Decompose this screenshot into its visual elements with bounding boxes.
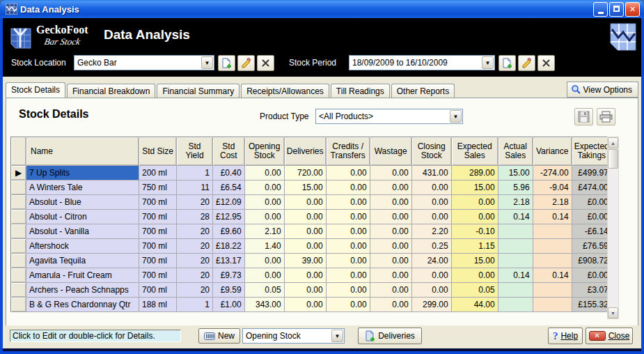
chevron-down-icon[interactable]: ▼ xyxy=(482,56,494,69)
minimize-button[interactable] xyxy=(593,2,608,17)
scroll-up-icon[interactable]: ▲ xyxy=(608,137,618,148)
stock-period-combo[interactable]: 18/09/2009 to 16/10/2009 ▼ xyxy=(349,55,495,70)
cell[interactable]: -£6.14 xyxy=(572,224,611,239)
cell[interactable] xyxy=(498,224,533,239)
column-header[interactable]: Variance xyxy=(533,137,572,166)
cell[interactable]: 0.00 xyxy=(284,298,326,312)
cell[interactable]: 700 ml xyxy=(139,210,177,224)
vertical-scrollbar[interactable]: ▲ ▼ xyxy=(607,137,619,319)
column-header[interactable]: Deliveries xyxy=(284,137,326,166)
location-delete-button[interactable] xyxy=(257,55,274,71)
row-selector[interactable] xyxy=(11,224,26,239)
cell[interactable] xyxy=(533,224,572,239)
cell[interactable]: 0.14 xyxy=(498,210,533,224)
cell[interactable] xyxy=(498,239,533,254)
cell[interactable]: 0.00 xyxy=(284,268,326,283)
column-header[interactable]: Actual Sales xyxy=(498,137,533,166)
cell[interactable]: £9.59 xyxy=(213,283,245,298)
cell[interactable]: £474.00 xyxy=(572,180,611,195)
cell[interactable]: 0.00 xyxy=(326,239,370,254)
scrollbar-thumb[interactable] xyxy=(608,149,618,169)
cell[interactable]: 0.00 xyxy=(326,268,370,283)
cell[interactable]: Agavita Tequila xyxy=(26,254,139,268)
cell[interactable]: £155.32 xyxy=(572,298,611,312)
maximize-button[interactable] xyxy=(609,2,624,17)
cell[interactable]: 28 xyxy=(177,210,213,224)
cell[interactable]: 15.00 xyxy=(284,180,326,195)
table-row[interactable]: Absolut - Citron700 ml28£12.950.000.000.… xyxy=(11,210,612,224)
cell[interactable]: 24.00 xyxy=(411,254,451,268)
column-header[interactable]: Std Cost xyxy=(213,137,245,166)
cell[interactable]: 20 xyxy=(177,268,213,283)
column-header[interactable]: Expected Takings xyxy=(572,137,611,166)
cell[interactable]: 0.00 xyxy=(284,224,326,239)
cell[interactable]: 2.18 xyxy=(533,195,572,210)
cell[interactable]: 0.14 xyxy=(533,210,572,224)
cell[interactable]: 0.00 xyxy=(411,268,451,283)
cell[interactable]: 0.05 xyxy=(451,283,498,298)
cell[interactable]: £0.00 xyxy=(572,195,611,210)
cell[interactable]: £12.95 xyxy=(213,210,245,224)
cell[interactable]: 0.00 xyxy=(411,180,451,195)
close-button[interactable]: ✕ Close xyxy=(586,328,633,344)
cell[interactable]: Absolut - Vanilla xyxy=(26,224,139,239)
cell[interactable] xyxy=(533,283,572,298)
cell[interactable]: 299.00 xyxy=(411,298,451,312)
cell[interactable]: 0.14 xyxy=(498,268,533,283)
cell[interactable]: -0.10 xyxy=(451,224,498,239)
cell[interactable]: 0.00 xyxy=(326,166,370,180)
table-row[interactable]: Aftershock700 ml20£18.221.400.000.000.00… xyxy=(11,239,612,254)
cell[interactable] xyxy=(533,239,572,254)
tab-financial-breakdown[interactable]: Financial Breakdown xyxy=(67,84,155,98)
cell[interactable]: 44.00 xyxy=(451,298,498,312)
table-row[interactable]: Amarula - Fruit Cream700 ml20£9.730.000.… xyxy=(11,268,612,283)
scroll-down-icon[interactable]: ▼ xyxy=(608,307,618,318)
help-button[interactable]: ? Help xyxy=(548,328,583,344)
cell[interactable]: £18.22 xyxy=(213,239,245,254)
cell[interactable]: 0.00 xyxy=(326,283,370,298)
cell[interactable]: 15.00 xyxy=(451,254,498,268)
location-edit-button[interactable] xyxy=(237,55,255,71)
row-selector[interactable] xyxy=(11,283,26,298)
cell[interactable] xyxy=(533,298,572,312)
cell[interactable]: 720.00 xyxy=(284,166,326,180)
cell[interactable]: 2.10 xyxy=(244,224,284,239)
cell[interactable]: 0.00 xyxy=(284,239,326,254)
table-row[interactable]: B & G Res Chardonnay Qtr188 ml1£1.00343.… xyxy=(11,298,612,312)
stock-location-combo[interactable]: Gecko Bar ▼ xyxy=(74,55,214,70)
column-header[interactable]: Expected Sales xyxy=(451,137,498,166)
table-row[interactable]: A Winters Tale750 ml11£6.540.0015.000.00… xyxy=(11,180,612,195)
cell[interactable]: 39.00 xyxy=(284,254,326,268)
cell[interactable]: 0.00 xyxy=(411,283,451,298)
cell[interactable]: 700 ml xyxy=(139,239,177,254)
cell[interactable]: 0.00 xyxy=(451,268,498,283)
period-add-button[interactable] xyxy=(498,55,516,71)
cell[interactable]: £9.73 xyxy=(213,268,245,283)
cell[interactable]: 0.00 xyxy=(370,224,411,239)
cell[interactable]: 0.14 xyxy=(533,268,572,283)
cell[interactable]: 0.00 xyxy=(284,210,326,224)
column-header[interactable]: Name xyxy=(26,137,139,166)
cell[interactable]: 1.40 xyxy=(244,239,284,254)
cell[interactable]: 0.25 xyxy=(411,239,451,254)
row-selector[interactable] xyxy=(11,268,26,283)
cell[interactable]: 0.00 xyxy=(326,210,370,224)
cell[interactable]: 0.00 xyxy=(244,268,284,283)
tab-receipts-allowances[interactable]: Receipts/Allowances xyxy=(241,84,329,98)
cell[interactable]: 750 ml xyxy=(139,180,177,195)
cell[interactable]: 0.00 xyxy=(370,195,411,210)
chevron-down-icon[interactable]: ▼ xyxy=(331,330,343,342)
tab-till-readings[interactable]: Till Readings xyxy=(331,84,390,98)
cell[interactable]: 700 ml xyxy=(139,224,177,239)
cell[interactable]: 343.00 xyxy=(244,298,284,312)
cell[interactable]: £9.60 xyxy=(213,224,245,239)
cell[interactable]: 0.00 xyxy=(326,254,370,268)
cell[interactable]: 0.00 xyxy=(451,210,498,224)
cell[interactable]: 0.00 xyxy=(326,224,370,239)
cell[interactable] xyxy=(498,298,533,312)
cell[interactable]: £1.00 xyxy=(213,298,245,312)
location-add-button[interactable] xyxy=(218,55,235,71)
cell[interactable]: 700 ml xyxy=(139,283,177,298)
cell[interactable]: 0.00 xyxy=(370,268,411,283)
period-edit-button[interactable] xyxy=(518,55,535,71)
